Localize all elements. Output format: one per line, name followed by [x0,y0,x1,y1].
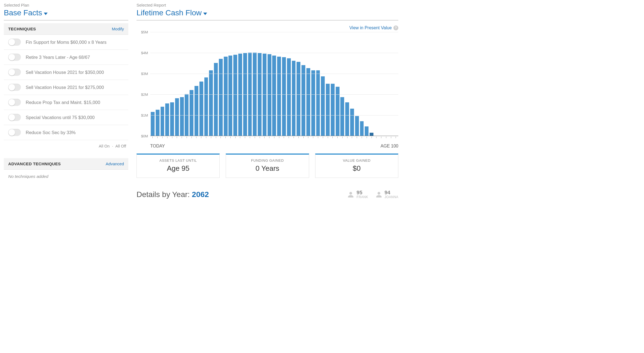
chart-bar[interactable] [326,84,330,136]
chart-bar-slot[interactable] [311,32,316,136]
chart-bar[interactable] [175,98,179,136]
chart-bar[interactable] [316,70,320,136]
chart-bar-slot[interactable] [291,32,296,136]
chart-bar[interactable] [350,109,354,136]
chart-bar[interactable] [228,56,232,136]
chart-bar-slot[interactable] [238,32,243,136]
chart-bar[interactable] [365,126,369,136]
chart-bar-slot[interactable] [388,32,393,136]
chart-bar[interactable] [248,53,252,136]
chart-bar[interactable] [306,68,310,136]
chart-bar[interactable] [345,102,349,136]
chart-bar[interactable] [170,102,174,136]
view-present-value-link[interactable]: View in Present Value [349,25,392,30]
chart-bar[interactable] [287,58,291,136]
chart-bar-slot[interactable] [282,32,286,136]
chart-bar-slot[interactable] [257,32,262,136]
chart-bar[interactable] [370,133,373,136]
chart-bar-slot[interactable] [364,32,369,136]
technique-toggle[interactable] [8,114,21,121]
chart-bar[interactable] [268,54,271,136]
chart-bar[interactable] [301,65,305,136]
chart-bar-slot[interactable] [393,32,398,136]
chart-bar-slot[interactable] [374,32,379,136]
chart-bar-slot[interactable] [199,32,204,136]
chart-bar-slot[interactable] [359,32,364,136]
chart-bar[interactable] [297,62,300,136]
chart-bar-slot[interactable] [267,32,272,136]
chart-bar-slot[interactable] [208,32,213,136]
report-selector[interactable]: Lifetime Cash Flow [137,8,398,21]
chart-bar-slot[interactable] [252,32,257,136]
technique-toggle[interactable] [8,99,21,106]
chart-bar-slot[interactable] [296,32,301,136]
technique-toggle[interactable] [8,54,21,61]
chart-bar-slot[interactable] [330,32,335,136]
chart-bar-slot[interactable] [355,32,359,136]
chart-bar-slot[interactable] [179,32,184,136]
chart-bar[interactable] [311,70,315,136]
chart-bar[interactable] [180,97,184,136]
chart-bar-slot[interactable] [262,32,267,136]
chart-bar[interactable] [253,53,257,136]
chart-bar-slot[interactable] [170,32,175,136]
chart-bar[interactable] [190,90,193,136]
chart-bar-slot[interactable] [194,32,199,136]
chart-bar[interactable] [331,84,335,136]
technique-toggle[interactable] [8,129,21,136]
chart-bar[interactable] [199,82,203,136]
advanced-link[interactable]: Advanced [106,161,124,166]
chart-bar[interactable] [277,57,281,136]
technique-toggle[interactable] [8,84,21,91]
chart-bar-slot[interactable] [155,32,160,136]
chart-bar-slot[interactable] [204,32,209,136]
chart-bar[interactable] [233,55,237,136]
chart-bar-slot[interactable] [316,32,321,136]
chart-bar-slot[interactable] [286,32,291,136]
chart-bar[interactable] [161,107,164,136]
all-on-link[interactable]: All On [99,144,110,148]
chart-bar-slot[interactable] [345,32,350,136]
chart-bar[interactable] [360,121,364,136]
chart-bar-slot[interactable] [384,32,389,136]
technique-toggle[interactable] [8,39,21,46]
all-off-link[interactable]: All Off [115,144,126,148]
chart-bar[interactable] [165,103,169,136]
chart-bar-slot[interactable] [350,32,355,136]
chart-bar[interactable] [292,61,296,136]
chart-bar-slot[interactable] [165,32,170,136]
chart-bar-slot[interactable] [150,32,155,136]
chart-bar-slot[interactable] [379,32,384,136]
chart-bar-slot[interactable] [301,32,306,136]
chart-bar-slot[interactable] [233,32,238,136]
chart-bar-slot[interactable] [335,32,340,136]
chart-bar[interactable] [282,57,286,136]
chart-bar[interactable] [156,110,159,136]
chart-bar-slot[interactable] [340,32,345,136]
modify-link[interactable]: Modify [112,27,124,31]
chart-bar[interactable] [272,56,276,136]
details-year[interactable]: 2062 [192,190,209,199]
chart-bar[interactable] [355,116,359,136]
plan-selector[interactable]: Base Facts [4,8,128,21]
chart-bar-slot[interactable] [320,32,325,136]
chart-bar-slot[interactable] [189,32,194,136]
chart-bar-slot[interactable] [228,32,233,136]
chart-bar-slot[interactable] [248,32,253,136]
chart-bar-slot[interactable] [325,32,330,136]
chart-bar[interactable] [209,70,213,136]
chart-bar-slot[interactable] [369,32,374,136]
chart-bar-slot[interactable] [306,32,311,136]
chart-bar-slot[interactable] [175,32,179,136]
chart-bar-slot[interactable] [277,32,282,136]
chart-bar[interactable] [321,76,325,136]
chart-bar[interactable] [219,59,223,136]
chart-bar-slot[interactable] [223,32,228,136]
chart-bar[interactable] [195,86,198,136]
chart-bar[interactable] [204,77,208,136]
chart-bar-slot[interactable] [184,32,189,136]
chart-bar[interactable] [340,97,344,136]
chart-bar-slot[interactable] [218,32,223,136]
chart-bar-slot[interactable] [213,32,218,136]
chart-bar-slot[interactable] [243,32,248,136]
